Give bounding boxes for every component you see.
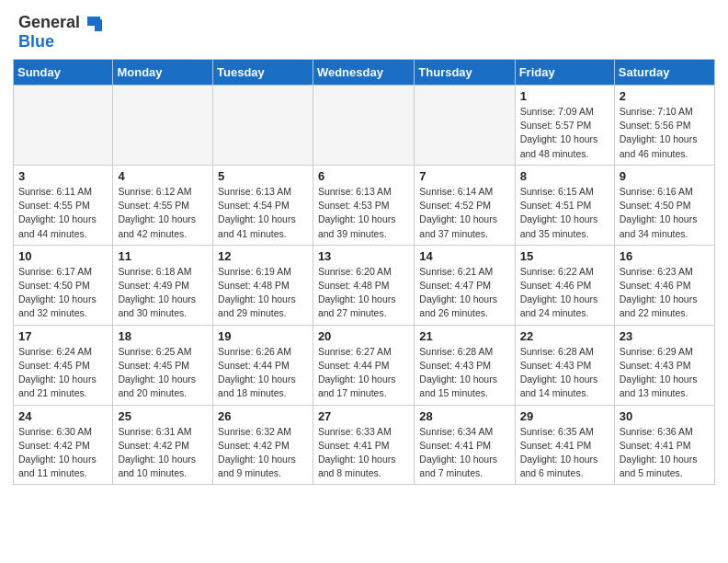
calendar-day-cell: 20Sunrise: 6:27 AMSunset: 4:44 PMDayligh…: [313, 325, 414, 405]
day-number: 3: [18, 169, 108, 183]
day-detail: Sunrise: 6:16 AMSunset: 4:50 PMDaylight:…: [620, 185, 710, 241]
calendar-table: SundayMondayTuesdayWednesdayThursdayFrid…: [13, 59, 715, 485]
weekday-header: Wednesday: [313, 60, 414, 86]
logo-general-text: General: [18, 13, 80, 32]
day-number: 15: [520, 249, 609, 263]
logo-icon: [82, 15, 102, 31]
day-detail: Sunrise: 6:23 AMSunset: 4:46 PMDaylight:…: [620, 265, 710, 321]
weekday-header: Sunday: [14, 60, 113, 86]
calendar-day-cell: 29Sunrise: 6:35 AMSunset: 4:41 PMDayligh…: [515, 405, 614, 485]
day-number: 8: [520, 169, 609, 183]
calendar-day-cell: 17Sunrise: 6:24 AMSunset: 4:45 PMDayligh…: [14, 325, 113, 405]
day-number: 10: [18, 249, 108, 263]
calendar-day-cell: [415, 86, 515, 166]
calendar-day-cell: 2Sunrise: 7:10 AMSunset: 5:56 PMDaylight…: [614, 86, 714, 166]
day-detail: Sunrise: 6:20 AMSunset: 4:48 PMDaylight:…: [318, 265, 409, 321]
day-detail: Sunrise: 6:28 AMSunset: 4:43 PMDaylight:…: [419, 345, 509, 401]
calendar-day-cell: 13Sunrise: 6:20 AMSunset: 4:48 PMDayligh…: [313, 245, 414, 325]
day-number: 2: [620, 89, 710, 103]
day-detail: Sunrise: 6:26 AMSunset: 4:44 PMDaylight:…: [218, 345, 308, 401]
svg-marker-1: [95, 19, 102, 31]
day-number: 12: [218, 249, 308, 263]
calendar-day-cell: [213, 86, 313, 166]
day-number: 30: [620, 409, 710, 423]
day-number: 6: [318, 169, 409, 183]
day-number: 19: [218, 329, 308, 343]
weekday-header-row: SundayMondayTuesdayWednesdayThursdayFrid…: [14, 60, 715, 86]
day-detail: Sunrise: 6:12 AMSunset: 4:55 PMDaylight:…: [118, 185, 208, 241]
calendar-day-cell: 3Sunrise: 6:11 AMSunset: 4:55 PMDaylight…: [14, 165, 113, 245]
day-detail: Sunrise: 6:14 AMSunset: 4:52 PMDaylight:…: [419, 185, 509, 241]
calendar-day-cell: 22Sunrise: 6:28 AMSunset: 4:43 PMDayligh…: [515, 325, 614, 405]
day-detail: Sunrise: 6:19 AMSunset: 4:48 PMDaylight:…: [218, 265, 308, 321]
day-number: 23: [620, 329, 710, 343]
weekday-header: Thursday: [415, 60, 515, 86]
day-number: 4: [118, 169, 208, 183]
calendar-day-cell: 14Sunrise: 6:21 AMSunset: 4:47 PMDayligh…: [415, 245, 515, 325]
calendar-day-cell: 24Sunrise: 6:30 AMSunset: 4:42 PMDayligh…: [14, 405, 113, 485]
calendar-container: SundayMondayTuesdayWednesdayThursdayFrid…: [0, 59, 728, 498]
day-detail: Sunrise: 6:18 AMSunset: 4:49 PMDaylight:…: [118, 265, 208, 321]
day-detail: Sunrise: 6:13 AMSunset: 4:54 PMDaylight:…: [218, 185, 308, 241]
day-number: 5: [218, 169, 308, 183]
calendar-day-cell: 9Sunrise: 6:16 AMSunset: 4:50 PMDaylight…: [614, 165, 714, 245]
day-number: 16: [620, 249, 710, 263]
day-number: 24: [18, 409, 108, 423]
calendar-day-cell: 21Sunrise: 6:28 AMSunset: 4:43 PMDayligh…: [415, 325, 515, 405]
calendar-day-cell: 30Sunrise: 6:36 AMSunset: 4:41 PMDayligh…: [614, 405, 714, 485]
calendar-day-cell: [14, 86, 113, 166]
day-detail: Sunrise: 6:15 AMSunset: 4:51 PMDaylight:…: [520, 185, 609, 241]
calendar-day-cell: 6Sunrise: 6:13 AMSunset: 4:53 PMDaylight…: [313, 165, 414, 245]
calendar-day-cell: 23Sunrise: 6:29 AMSunset: 4:43 PMDayligh…: [614, 325, 714, 405]
day-detail: Sunrise: 6:27 AMSunset: 4:44 PMDaylight:…: [318, 345, 409, 401]
weekday-header: Monday: [113, 60, 213, 86]
day-number: 22: [520, 329, 609, 343]
day-number: 25: [118, 409, 208, 423]
day-number: 29: [520, 409, 609, 423]
day-detail: Sunrise: 6:34 AMSunset: 4:41 PMDaylight:…: [419, 425, 509, 481]
calendar-day-cell: 10Sunrise: 6:17 AMSunset: 4:50 PMDayligh…: [14, 245, 113, 325]
day-number: 1: [520, 89, 609, 103]
weekday-header: Tuesday: [213, 60, 313, 86]
day-number: 9: [620, 169, 710, 183]
page-header: General Blue: [0, 0, 728, 59]
day-number: 17: [18, 329, 108, 343]
calendar-day-cell: 27Sunrise: 6:33 AMSunset: 4:41 PMDayligh…: [313, 405, 414, 485]
calendar-day-cell: 25Sunrise: 6:31 AMSunset: 4:42 PMDayligh…: [113, 405, 213, 485]
day-number: 13: [318, 249, 409, 263]
calendar-day-cell: 11Sunrise: 6:18 AMSunset: 4:49 PMDayligh…: [113, 245, 213, 325]
day-detail: Sunrise: 6:35 AMSunset: 4:41 PMDaylight:…: [520, 425, 609, 481]
calendar-day-cell: 1Sunrise: 7:09 AMSunset: 5:57 PMDaylight…: [515, 86, 614, 166]
day-detail: Sunrise: 6:24 AMSunset: 4:45 PMDaylight:…: [18, 345, 108, 401]
day-detail: Sunrise: 7:10 AMSunset: 5:56 PMDaylight:…: [620, 105, 710, 161]
calendar-week-row: 24Sunrise: 6:30 AMSunset: 4:42 PMDayligh…: [14, 405, 715, 485]
day-number: 14: [419, 249, 509, 263]
calendar-day-cell: 19Sunrise: 6:26 AMSunset: 4:44 PMDayligh…: [213, 325, 313, 405]
day-detail: Sunrise: 6:13 AMSunset: 4:53 PMDaylight:…: [318, 185, 409, 241]
day-detail: Sunrise: 6:11 AMSunset: 4:55 PMDaylight:…: [18, 185, 108, 241]
calendar-day-cell: [113, 86, 213, 166]
day-number: 7: [419, 169, 509, 183]
weekday-header: Saturday: [614, 60, 714, 86]
calendar-day-cell: 26Sunrise: 6:32 AMSunset: 4:42 PMDayligh…: [213, 405, 313, 485]
day-detail: Sunrise: 6:36 AMSunset: 4:41 PMDaylight:…: [620, 425, 710, 481]
calendar-week-row: 10Sunrise: 6:17 AMSunset: 4:50 PMDayligh…: [14, 245, 715, 325]
calendar-day-cell: 15Sunrise: 6:22 AMSunset: 4:46 PMDayligh…: [515, 245, 614, 325]
calendar-day-cell: 5Sunrise: 6:13 AMSunset: 4:54 PMDaylight…: [213, 165, 313, 245]
calendar-week-row: 3Sunrise: 6:11 AMSunset: 4:55 PMDaylight…: [14, 165, 715, 245]
day-detail: Sunrise: 6:32 AMSunset: 4:42 PMDaylight:…: [218, 425, 308, 481]
calendar-day-cell: 7Sunrise: 6:14 AMSunset: 4:52 PMDaylight…: [415, 165, 515, 245]
day-number: 20: [318, 329, 409, 343]
calendar-day-cell: 8Sunrise: 6:15 AMSunset: 4:51 PMDaylight…: [515, 165, 614, 245]
day-number: 28: [419, 409, 509, 423]
calendar-day-cell: 28Sunrise: 6:34 AMSunset: 4:41 PMDayligh…: [415, 405, 515, 485]
day-detail: Sunrise: 6:17 AMSunset: 4:50 PMDaylight:…: [18, 265, 108, 321]
day-detail: Sunrise: 6:25 AMSunset: 4:45 PMDaylight:…: [118, 345, 208, 401]
day-number: 27: [318, 409, 409, 423]
day-number: 21: [419, 329, 509, 343]
calendar-day-cell: 4Sunrise: 6:12 AMSunset: 4:55 PMDaylight…: [113, 165, 213, 245]
calendar-day-cell: [313, 86, 414, 166]
logo: General Blue: [18, 13, 102, 52]
day-detail: Sunrise: 6:33 AMSunset: 4:41 PMDaylight:…: [318, 425, 409, 481]
calendar-day-cell: 12Sunrise: 6:19 AMSunset: 4:48 PMDayligh…: [213, 245, 313, 325]
